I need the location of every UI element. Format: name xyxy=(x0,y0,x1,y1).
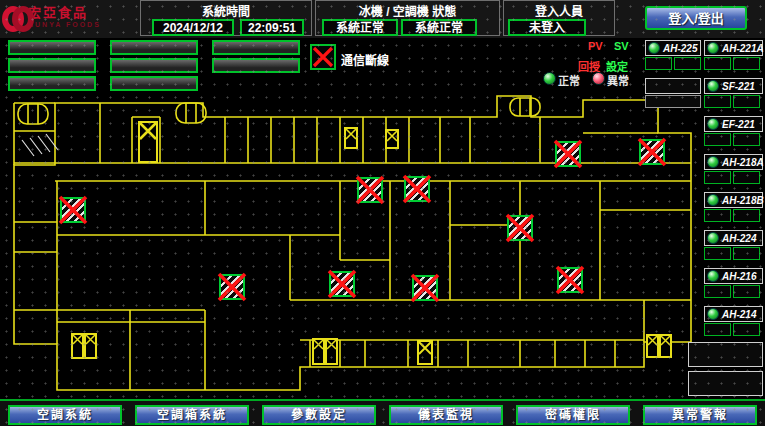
unit-status-led-icon xyxy=(707,270,719,282)
equipment-offline-icon-EF-221[interactable] xyxy=(412,275,438,301)
unit-status-led-icon xyxy=(707,118,719,130)
abnormal-legend: 異常 xyxy=(607,72,629,88)
elevator-icon xyxy=(138,121,158,163)
unit-pv-value-AH-221A xyxy=(704,57,731,70)
system-date-value: 2024/12/12 xyxy=(152,19,234,36)
unit-AH-216[interactable]: AH-216 xyxy=(704,268,763,284)
unit-AH-221A[interactable]: AH-221A xyxy=(704,40,763,56)
bottom-button-2[interactable]: 空調箱系統 xyxy=(135,405,249,425)
unit-name-label: AH-218B xyxy=(722,195,764,206)
comm-offline-icon xyxy=(310,44,336,70)
bottom-button-6[interactable]: 異常警報 xyxy=(643,405,757,425)
unit-name-label: AH-224 xyxy=(722,233,756,244)
unit-name-label: SF-221 xyxy=(722,81,755,92)
equipment-offline-icon-AH-221A[interactable] xyxy=(507,215,533,241)
unit-AH-225[interactable]: AH-225 xyxy=(645,40,701,56)
unit-status-led-icon xyxy=(707,308,719,320)
login-logout-button[interactable]: 登入/登出 xyxy=(645,6,747,30)
comm-offline-label: 通信斷線 xyxy=(341,51,389,68)
unit-sv-value-AH-218A xyxy=(733,171,760,184)
elevator-icon xyxy=(312,338,325,365)
unit-sv-value-SF-221 xyxy=(733,95,760,108)
elevator-icon xyxy=(325,338,338,365)
bottom-button-3[interactable]: 參數設定 xyxy=(262,405,376,425)
stairs-icon xyxy=(510,98,540,116)
unit-AH-214[interactable]: AH-214 xyxy=(704,306,763,322)
normal-led-icon xyxy=(543,72,556,85)
floor-button-3E[interactable] xyxy=(212,58,300,73)
equipment-offline-icon-AH-225[interactable] xyxy=(557,267,583,293)
floor-button-2E[interactable] xyxy=(212,40,300,55)
equipment-offline-icon-AH-215[interactable] xyxy=(60,197,86,223)
unit-sv-value-EF-221 xyxy=(733,133,760,146)
equipment-offline-icon-AH-216[interactable] xyxy=(639,139,665,165)
unit-status-led-icon xyxy=(707,156,719,168)
logo-title: 宏亞食品 xyxy=(28,7,101,19)
equipment-offline-icon-AH-218A[interactable] xyxy=(357,177,383,203)
unit-EF-221[interactable]: EF-221 xyxy=(704,116,763,132)
unit-sv-value-AH-216 xyxy=(733,285,760,298)
unit-slot-empty xyxy=(645,78,701,94)
unit-slot-empty xyxy=(688,371,763,396)
elevator-icon xyxy=(84,333,97,359)
login-user-value: 未登入 xyxy=(508,19,586,36)
login-label: 登入人員 xyxy=(504,2,614,19)
unit-SF-221[interactable]: SF-221 xyxy=(704,78,763,94)
floor-button-4BC[interactable] xyxy=(110,40,198,55)
unit-pv-value-SF-221 xyxy=(704,95,731,108)
elevator-icon xyxy=(71,333,84,359)
unit-sv-value-AH-225 xyxy=(674,57,701,70)
elevator-icon xyxy=(659,334,672,358)
unit-AH-218A[interactable]: AH-218A xyxy=(704,154,763,170)
logo-icon xyxy=(2,6,24,32)
unit-sv-value-AH-214 xyxy=(733,323,760,336)
elevator-icon xyxy=(385,129,399,149)
unit-pv-value-AH-218B xyxy=(704,209,731,222)
equipment-offline-icon-AH-224[interactable] xyxy=(219,274,245,300)
system-time-label: 系統時間 xyxy=(141,2,311,19)
bottom-button-4[interactable]: 儀表監視 xyxy=(389,405,503,425)
elevator-icon xyxy=(417,340,433,365)
floor-button-2BC[interactable] xyxy=(8,40,96,55)
unit-AH-218B[interactable]: AH-218B xyxy=(704,192,763,208)
normal-legend: 正常 xyxy=(558,72,580,88)
logo-subtitle: HUNYA FOODS xyxy=(28,19,101,31)
unit-name-label: AH-216 xyxy=(722,271,756,282)
unit-sv-value-AH-221A xyxy=(733,57,760,70)
unit-sv-value-AH-224 xyxy=(733,247,760,260)
equipment-offline-icon-SF-221[interactable] xyxy=(404,176,430,202)
unit-status-led-icon xyxy=(707,80,719,92)
floor-button-3D[interactable] xyxy=(8,76,96,91)
chiller-status-value: 系統正常 xyxy=(322,19,398,36)
bottom-button-5[interactable]: 密碼權限 xyxy=(516,405,630,425)
unit-pv-value-AH-225 xyxy=(645,57,672,70)
stairs-icon xyxy=(176,103,206,123)
unit-slot-empty xyxy=(688,342,763,367)
unit-status-led-icon xyxy=(707,42,719,54)
elevator-icon xyxy=(646,334,659,358)
elevator-icon xyxy=(344,127,358,149)
floor-button-5BC[interactable] xyxy=(110,58,198,73)
unit-pv-value-AH-214 xyxy=(704,323,731,336)
unit-name-label: AH-218A xyxy=(722,157,764,168)
unit-pv-value-EF-221 xyxy=(704,133,731,146)
ahu-status-value: 系統正常 xyxy=(401,19,477,36)
pv-legend: PV xyxy=(588,40,603,52)
system-clock-value: 22:09:51 xyxy=(240,19,304,36)
unit-pv-value-AH-218A xyxy=(704,171,731,184)
unit-slot-empty xyxy=(645,95,701,108)
sv-legend: SV xyxy=(614,40,629,52)
floor-button-1E[interactable] xyxy=(110,76,198,91)
abnormal-led-icon xyxy=(592,72,605,85)
equipment-offline-icon-AH-218B[interactable] xyxy=(329,271,355,297)
floor-button-3BC[interactable] xyxy=(8,58,96,73)
equipment-offline-icon-AH-214[interactable] xyxy=(555,141,581,167)
unit-name-label: AH-214 xyxy=(722,309,756,320)
escalator-hatch xyxy=(22,134,58,156)
unit-AH-224[interactable]: AH-224 xyxy=(704,230,763,246)
unit-status-led-icon xyxy=(707,232,719,244)
header: 宏亞食品 HUNYA FOODS 系統時間 2024/12/12 22:09:5… xyxy=(0,0,765,38)
unit-name-label: EF-221 xyxy=(722,119,755,130)
unit-status-led-icon xyxy=(707,194,719,206)
bottom-button-1[interactable]: 空調系統 xyxy=(8,405,122,425)
